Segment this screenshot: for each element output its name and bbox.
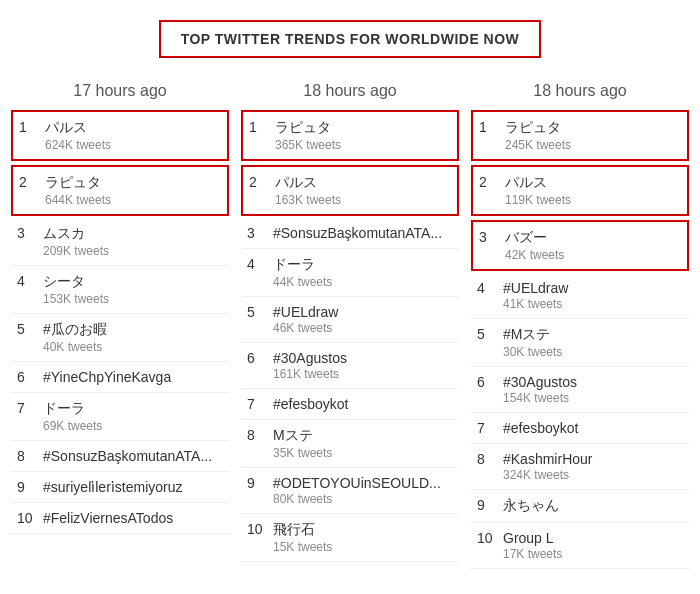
trend-name: #Mステ xyxy=(503,326,562,344)
trend-name: パルス xyxy=(275,174,341,192)
trend-tweets: 35K tweets xyxy=(273,446,332,460)
page-title: TOP TWITTER TRENDS FOR WORLDWIDE NOW xyxy=(181,31,520,47)
trend-rank: 7 xyxy=(477,420,495,436)
trend-rank: 4 xyxy=(247,256,265,272)
trend-rank: 10 xyxy=(247,521,265,537)
trend-tweets: 41K tweets xyxy=(503,297,568,311)
trend-rank: 2 xyxy=(249,174,267,190)
trend-rank: 3 xyxy=(247,225,265,241)
trend-name: #ODETOYOUinSEOULD... xyxy=(273,475,441,491)
trend-item: 10Group L17K tweets xyxy=(471,523,689,569)
trend-name: #YineChpYineKavga xyxy=(43,369,171,385)
trend-item: 3バズー42K tweets xyxy=(471,220,689,271)
trend-tweets: 163K tweets xyxy=(275,193,341,207)
trend-content: #Mステ30K tweets xyxy=(503,326,562,359)
trend-item: 6#30Agustos154K tweets xyxy=(471,367,689,413)
trend-tweets: 17K tweets xyxy=(503,547,562,561)
trend-item: 1パルス624K tweets xyxy=(11,110,229,161)
trend-content: 永ちゃん xyxy=(503,497,559,515)
trend-content: #UELdraw46K tweets xyxy=(273,304,338,335)
trend-name: ドーラ xyxy=(273,256,332,274)
trend-item: 4ドーラ44K tweets xyxy=(241,249,459,297)
trend-item: 9#suriyeli̇leri̇stemiyoruz xyxy=(11,472,229,503)
trend-item: 3ムスカ209K tweets xyxy=(11,218,229,266)
trend-content: ムスカ209K tweets xyxy=(43,225,109,258)
trend-tweets: 80K tweets xyxy=(273,492,441,506)
trend-rank: 5 xyxy=(17,321,35,337)
trend-tweets: 209K tweets xyxy=(43,244,109,258)
trend-rank: 3 xyxy=(479,229,497,245)
column-time-1: 17 hours ago xyxy=(11,82,229,100)
page-title-container: TOP TWITTER TRENDS FOR WORLDWIDE NOW xyxy=(159,20,542,58)
trend-rank: 1 xyxy=(19,119,37,135)
trend-item: 5#UELdraw46K tweets xyxy=(241,297,459,343)
trend-item: 5#瓜のお暇40K tweets xyxy=(11,314,229,362)
trend-name: #efesboykot xyxy=(273,396,349,412)
trend-name: ラピュタ xyxy=(275,119,341,137)
trend-item: 5#Mステ30K tweets xyxy=(471,319,689,367)
trend-rank: 7 xyxy=(247,396,265,412)
trend-rank: 4 xyxy=(17,273,35,289)
trend-content: #FelizViernesATodos xyxy=(43,510,173,526)
column-time-3: 18 hours ago xyxy=(471,82,689,100)
trend-tweets: 46K tweets xyxy=(273,321,338,335)
trend-content: #efesboykot xyxy=(503,420,579,436)
trend-rank: 10 xyxy=(477,530,495,546)
trend-rank: 9 xyxy=(477,497,495,513)
trend-content: #30Agustos154K tweets xyxy=(503,374,577,405)
trend-tweets: 15K tweets xyxy=(273,540,332,554)
trend-item: 3#SonsuzBaşkomutanATA... xyxy=(241,218,459,249)
trend-tweets: 644K tweets xyxy=(45,193,111,207)
trend-item: 1ラピュタ365K tweets xyxy=(241,110,459,161)
column-3: 18 hours ago1ラピュタ245K tweets2パルス119K twe… xyxy=(471,82,689,569)
trend-content: #YineChpYineKavga xyxy=(43,369,171,385)
trend-item: 7ドーラ69K tweets xyxy=(11,393,229,441)
trend-tweets: 119K tweets xyxy=(505,193,571,207)
trend-name: パルス xyxy=(45,119,111,137)
trend-tweets: 44K tweets xyxy=(273,275,332,289)
trend-rank: 2 xyxy=(479,174,497,190)
trend-item: 8#SonsuzBaşkomutanATA... xyxy=(11,441,229,472)
trend-rank: 1 xyxy=(479,119,497,135)
trend-tweets: 69K tweets xyxy=(43,419,102,433)
trend-rank: 2 xyxy=(19,174,37,190)
trend-name: #UELdraw xyxy=(503,280,568,296)
trend-rank: 1 xyxy=(249,119,267,135)
trend-item: 10#FelizViernesATodos xyxy=(11,503,229,534)
trend-name: ムスカ xyxy=(43,225,109,243)
trend-item: 2パルス163K tweets xyxy=(241,165,459,216)
trend-item: 2パルス119K tweets xyxy=(471,165,689,216)
trend-tweets: 624K tweets xyxy=(45,138,111,152)
trend-name: #30Agustos xyxy=(273,350,347,366)
trend-name: 飛行石 xyxy=(273,521,332,539)
column-time-2: 18 hours ago xyxy=(241,82,459,100)
trend-name: 永ちゃん xyxy=(503,497,559,515)
trend-tweets: 154K tweets xyxy=(503,391,577,405)
trend-content: #efesboykot xyxy=(273,396,349,412)
trend-rank: 4 xyxy=(477,280,495,296)
trend-tweets: 324K tweets xyxy=(503,468,592,482)
trend-rank: 6 xyxy=(17,369,35,385)
trend-content: パルス624K tweets xyxy=(45,119,111,152)
trend-rank: 6 xyxy=(477,374,495,390)
trend-rank: 8 xyxy=(477,451,495,467)
trend-item: 9永ちゃん xyxy=(471,490,689,523)
trend-item: 7#efesboykot xyxy=(471,413,689,444)
trend-item: 1ラピュタ245K tweets xyxy=(471,110,689,161)
trend-name: Group L xyxy=(503,530,562,546)
trend-item: 4シータ153K tweets xyxy=(11,266,229,314)
column-2: 18 hours ago1ラピュタ365K tweets2パルス163K twe… xyxy=(241,82,459,569)
trend-name: #FelizViernesATodos xyxy=(43,510,173,526)
trend-rank: 10 xyxy=(17,510,35,526)
trend-name: ラピュタ xyxy=(505,119,571,137)
trend-content: Group L17K tweets xyxy=(503,530,562,561)
trend-content: シータ153K tweets xyxy=(43,273,109,306)
trend-content: #ODETOYOUinSEOULD...80K tweets xyxy=(273,475,441,506)
trend-rank: 9 xyxy=(247,475,265,491)
trend-content: #UELdraw41K tweets xyxy=(503,280,568,311)
trend-content: 飛行石15K tweets xyxy=(273,521,332,554)
trend-rank: 3 xyxy=(17,225,35,241)
trend-rank: 8 xyxy=(17,448,35,464)
trend-item: 10飛行石15K tweets xyxy=(241,514,459,562)
trend-rank: 7 xyxy=(17,400,35,416)
